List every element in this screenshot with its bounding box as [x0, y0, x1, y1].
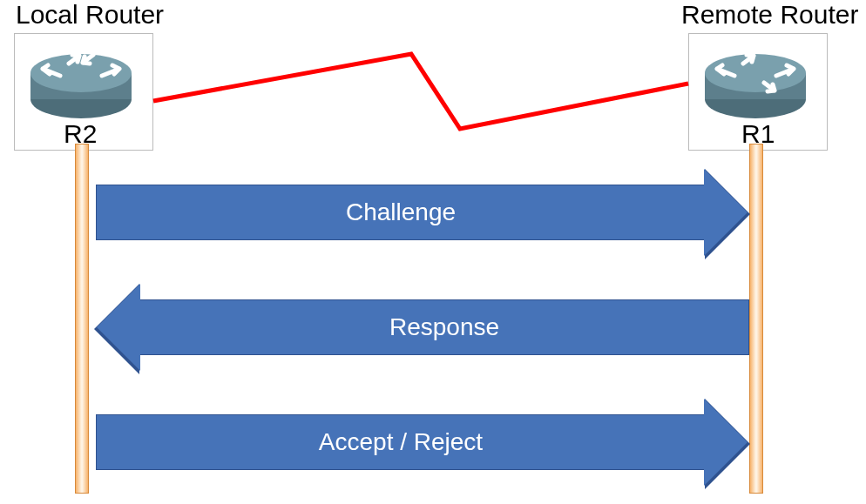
arrow-head-icon	[704, 169, 748, 256]
router-icon	[25, 43, 137, 125]
timeline-local	[75, 144, 89, 494]
message-accept-reject: Accept / Reject	[96, 414, 706, 470]
local-router-title: Local Router	[16, 0, 164, 30]
router-icon	[700, 43, 811, 125]
message-label: Accept / Reject	[319, 428, 483, 456]
router-remote: R1	[688, 33, 828, 151]
message-challenge: Challenge	[96, 185, 706, 240]
message-response: Response	[139, 299, 749, 355]
arrow-head-icon	[704, 399, 748, 486]
timeline-remote	[749, 144, 763, 494]
message-label: Response	[389, 313, 499, 341]
message-label: Challenge	[346, 198, 456, 226]
remote-router-title: Remote Router	[681, 0, 858, 30]
router-local: R2	[14, 33, 153, 151]
arrow-head-icon	[97, 284, 140, 371]
